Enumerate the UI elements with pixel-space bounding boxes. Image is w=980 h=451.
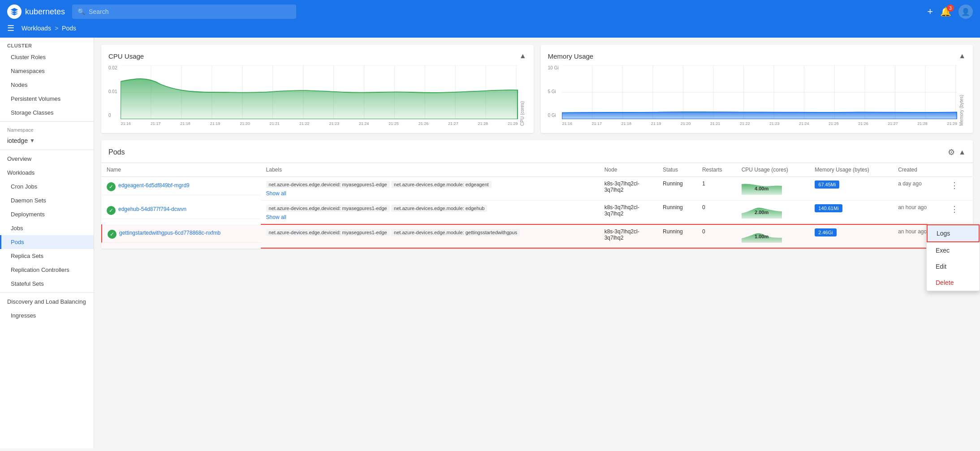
table-row: ✓ edgehub-54d877f794-dcwvn net.azure-dev… [101, 201, 972, 225]
pod-name-link[interactable]: gettingstartedwithgpus-6cd778868c-nxfmb [119, 230, 220, 236]
pod-cpu-cell: 1.00m [736, 224, 810, 248]
pod-action-cell: ⋮ [943, 201, 972, 225]
sidebar-item-storage-classes[interactable]: Storage Classes [0, 106, 94, 120]
show-all-link[interactable]: Show all [266, 190, 594, 197]
pods-collapse-icon[interactable]: ▲ [958, 148, 966, 156]
sidebar-overview[interactable]: Overview [0, 152, 94, 166]
divider-3 [0, 292, 94, 293]
context-menu-exec[interactable]: Exec [927, 242, 980, 258]
pod-memory-cell: 2.46Gi [809, 224, 893, 248]
cluster-section-header: Cluster [0, 38, 94, 50]
table-row: ✓ edgeagent-6d5df849bf-mgrd9 net.azure-d… [101, 177, 972, 201]
sidebar-item-daemon-sets[interactable]: Daemon Sets [0, 193, 94, 207]
memory-value-badge: 140.61Mi [815, 204, 842, 212]
pod-context-menu-button[interactable]: ⋮ [949, 179, 960, 192]
breadcrumb-bar: ☰ Workloads > Pods [0, 23, 980, 38]
topbar-actions: + 🔔 3 👤 [927, 4, 973, 19]
cpu-x-labels: 21:16 21:17 21:18 21:19 21:20 21:21 21:2… [121, 121, 518, 126]
search-input[interactable] [89, 8, 291, 15]
memory-value-badge: 2.46Gi [815, 228, 836, 236]
breadcrumb-current: Pods [62, 25, 76, 32]
show-all-link[interactable]: Show all [266, 214, 594, 220]
pods-header-actions: ⚙ ▲ [948, 147, 966, 157]
kube-icon [7, 4, 22, 19]
sidebar-item-deployments[interactable]: Deployments [0, 207, 94, 221]
col-header-cpu: CPU Usage (cores) [736, 163, 810, 177]
pods-table: Name Labels Node Status Restarts CPU Usa… [101, 163, 973, 249]
status-check-icon: ✓ [107, 182, 116, 191]
pod-name-link[interactable]: edgeagent-6d5df849bf-mgrd9 [118, 182, 190, 189]
pod-labels-cell: net.azure-devices.edge.deviceid: myasegp… [261, 224, 599, 248]
sidebar-item-nodes[interactable]: Nodes [0, 78, 94, 92]
main-layout: Cluster Cluster Roles Namespaces Nodes P… [0, 38, 980, 448]
cpu-chart-collapse[interactable]: ▲ [519, 52, 527, 60]
sidebar-item-ingresses[interactable]: Ingresses [0, 309, 94, 322]
pod-restarts: 0 [697, 201, 736, 225]
status-check-icon: ✓ [107, 206, 116, 215]
pods-card: Pods ⚙ ▲ Name Labels Node Status Restart… [101, 140, 973, 249]
breadcrumb-separator: > [55, 25, 58, 32]
sidebar-item-cron-jobs[interactable]: Cron Jobs [0, 180, 94, 193]
notification-badge: 3 [947, 4, 954, 12]
pod-node-cell: k8s-3q7lhq2cl-3q7lhq2 [599, 201, 657, 225]
cpu-y-label: CPU (cores) [520, 65, 527, 126]
pod-labels-cell: net.azure-devices.edge.deviceid: myasegp… [261, 201, 599, 225]
sidebar-discovery[interactable]: Discovery and Load Balancing [0, 295, 94, 309]
sidebar-item-pods[interactable]: Pods [0, 235, 94, 249]
filter-icon[interactable]: ⚙ [948, 147, 955, 157]
col-header-node: Node [599, 163, 657, 177]
pod-name-link[interactable]: edgehub-54d877f794-dcwvn [118, 206, 186, 212]
pods-header: Pods ⚙ ▲ [101, 140, 973, 163]
sidebar-item-replica-sets[interactable]: Replica Sets [0, 249, 94, 263]
namespace-label: Namespace [7, 127, 34, 133]
label-chip: net.azure-devices.edge.deviceid: myasegp… [266, 229, 390, 236]
status-check-icon: ✓ [108, 230, 117, 239]
search-container[interactable]: 🔍 [72, 4, 296, 19]
notifications-button[interactable]: 🔔 3 [940, 6, 951, 17]
sidebar-item-namespaces[interactable]: Namespaces [0, 64, 94, 78]
context-menu-delete[interactable]: Delete [927, 275, 980, 291]
add-button[interactable]: + [927, 6, 933, 17]
pod-status-cell: ✓ edgehub-54d877f794-dcwvn [101, 201, 261, 219]
pod-restarts: 0 [697, 224, 736, 248]
cpu-y-axis: 0.02 0.01 0 [108, 65, 119, 126]
cpu-chart-svg-container: 21:16 21:17 21:18 21:19 21:20 21:21 21:2… [121, 65, 518, 126]
memory-chart-svg-container: 21:16 21:17 21:18 21:19 21:20 21:21 21:2… [562, 65, 957, 126]
hamburger-icon[interactable]: ☰ [7, 23, 14, 33]
pod-created: a day ago [893, 177, 943, 201]
memory-chart-collapse[interactable]: ▲ [958, 52, 966, 60]
pod-context-menu-button[interactable]: ⋮ [949, 203, 960, 215]
sidebar-item-jobs[interactable]: Jobs [0, 221, 94, 235]
table-row: ✓ gettingstartedwithgpus-6cd778868c-nxfm… [101, 224, 972, 248]
label-chip: net.azure-devices.edge.deviceid: myasegp… [266, 205, 390, 212]
sidebar-item-cluster-roles[interactable]: Cluster Roles [0, 50, 94, 64]
cpu-chart-title: CPU Usage [108, 52, 144, 60]
memory-x-labels: 21:16 21:17 21:18 21:19 21:20 21:21 21:2… [562, 121, 957, 126]
col-header-restarts: Restarts [697, 163, 736, 177]
pod-status-cell: ✓ gettingstartedwithgpus-6cd778868c-nxfm… [101, 224, 261, 243]
label-chip: net.azure-devices.edge.module: gettingss… [391, 229, 520, 236]
cpu-chart-svg [121, 65, 518, 119]
divider-2 [0, 150, 94, 150]
pod-status-cell: ✓ edgeagent-6d5df849bf-mgrd9 [101, 177, 261, 195]
memory-y-label: Memory (bytes) [959, 65, 966, 126]
sidebar-item-stateful-sets[interactable]: Stateful Sets [0, 277, 94, 291]
table-header-row: Name Labels Node Status Restarts CPU Usa… [101, 163, 972, 177]
user-avatar[interactable]: 👤 [958, 4, 973, 19]
context-menu-edit[interactable]: Edit [927, 258, 980, 275]
cpu-value-label: 2.00m [755, 210, 768, 215]
context-menu-logs[interactable]: Logs [927, 224, 980, 242]
col-header-created: Created [893, 163, 943, 177]
sidebar-workloads[interactable]: Workloads [0, 166, 94, 180]
breadcrumb-workloads[interactable]: Workloads [22, 25, 51, 32]
pod-status-text: Running [657, 201, 697, 225]
pod-memory-cell: 67.45Mi [809, 177, 893, 201]
cpu-value-label: 1.00m [755, 234, 768, 239]
sidebar-item-persistent-volumes[interactable]: Persistent Volumes [0, 92, 94, 106]
label-chip: net.azure-devices.edge.module: edgehub [391, 205, 487, 212]
pod-node-cell: k8s-3q7lhq2cl-3q7lhq2 [599, 224, 657, 248]
namespace-value-row[interactable]: iotedge ▼ [0, 136, 94, 148]
sidebar-item-replication-controllers[interactable]: Replication Controllers [0, 263, 94, 277]
context-menu: Logs Exec Edit Delete [926, 224, 980, 291]
search-icon: 🔍 [78, 8, 85, 15]
